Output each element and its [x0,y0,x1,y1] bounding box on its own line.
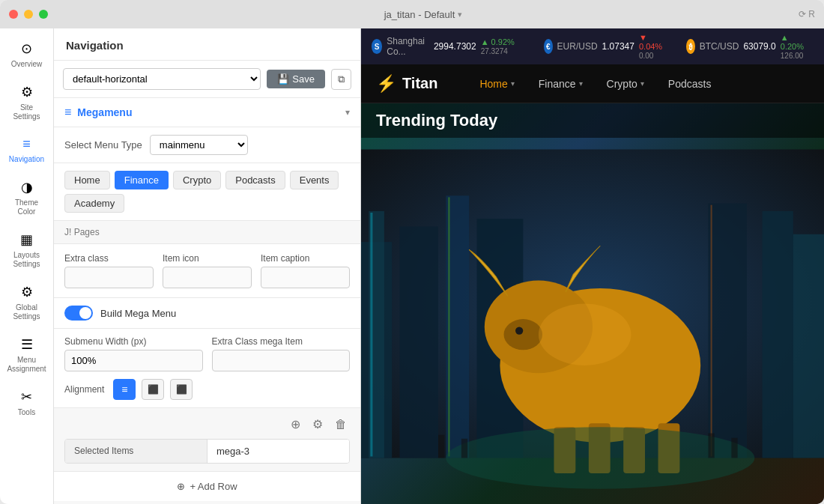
tab-academy[interactable]: Academy [64,194,124,213]
preview-logo: ⚡ Titan [376,74,437,94]
settings-icon-button[interactable]: ⚙ [309,416,326,433]
ticker-icon-0: S [372,39,382,54]
sidebar-item-overview[interactable]: ⊙ Overview [4,34,49,75]
tab-home[interactable]: Home [64,171,110,189]
maximize-button[interactable] [39,10,48,19]
extra-class-input[interactable] [64,267,154,288]
preview-nav-podcasts[interactable]: Podcasts [656,64,724,103]
preview-area: S Shanghai Co... 2994.7302 ▲ 0.92% 27.32… [361,28,824,504]
preview-nav-finance[interactable]: Finance ▾ [527,64,595,103]
sidebar-item-menu-assignment[interactable]: ☰ Menu Assignment [4,330,49,380]
title-text: ja_titan - Default [384,9,455,20]
menu-tabs: Home Finance Crypto Podcasts Events Acad… [54,163,360,221]
svg-rect-22 [438,435,444,458]
site-settings-icon: ⚙ [21,84,33,100]
svg-rect-9 [370,213,372,456]
preview-nav-home[interactable]: Home ▾ [467,64,526,103]
delete-icon-button[interactable]: 🗑 [332,416,350,433]
close-button[interactable] [9,10,18,19]
megamenu-chevron-icon: ▾ [345,107,350,118]
ticker-price-1: 1.07347 [602,41,634,52]
title-chevron-icon: ▾ [458,10,462,19]
copy-button[interactable]: ⧉ [331,69,351,90]
hero-title: Trending Today [376,111,497,130]
sidebar-item-navigation[interactable]: ≡ Navigation [4,130,49,170]
submenu-width-group: Submenu Width (px) [64,336,203,371]
sidebar-label-tools: Tools [18,408,35,417]
minimize-button[interactable] [24,10,33,19]
sidebar-label-menu-assignment: Menu Assignment [7,356,46,374]
preview-nav-crypto[interactable]: Crypto ▾ [595,64,656,103]
align-left-icon: ≡ [121,383,127,395]
panel-header: Navigation [54,28,360,61]
build-mega-menu-toggle[interactable] [64,306,93,321]
icon-sidebar: ⊙ Overview ⚙ Site Settings ≡ Navigation … [0,28,54,504]
sidebar-item-global-settings[interactable]: ⚙ Global Settings [4,278,49,327]
menu-assignment-icon: ☰ [21,336,33,353]
item-icon-input[interactable] [163,267,252,288]
tab-crypto[interactable]: Crypto [173,171,221,189]
ticker-name-1: EUR/USD [557,41,598,52]
item-caption-label: Item caption [261,253,350,264]
sidebar-label-navigation: Navigation [9,155,44,164]
global-settings-icon: ⚙ [21,284,33,300]
align-right-icon: ⬛ [176,384,187,395]
tab-podcasts[interactable]: Podcasts [225,171,285,189]
save-button[interactable]: 💾 Save [267,70,325,88]
app-window: ja_titan - Default ▾ ⟳ R ⊙ Overview ⚙ Si… [0,0,824,504]
menu-type-label: Select Menu Type [64,139,142,151]
add-row-button[interactable]: ⊕ + Add Row [177,481,237,492]
sidebar-item-layouts-settings[interactable]: ▦ Layouts Settings [4,225,49,275]
window-title: ja_titan - Default ▾ [54,9,793,20]
overview-icon: ⊙ [21,40,32,57]
selected-items-section: ⊕ ⚙ 🗑 Selected Items mega-3 [54,408,360,472]
hero-bull-svg [361,103,824,504]
nav-crypto-chevron-icon: ▾ [640,79,644,88]
svg-point-14 [504,319,543,350]
svg-rect-3 [400,227,439,458]
align-center-button[interactable]: ⬛ [142,379,164,400]
ticker-price-2: 63079.0 [743,41,775,52]
form-group-item-icon: Item icon [163,253,252,288]
nav-finance-label: Finance [539,78,576,90]
logo-text: Titan [402,75,437,92]
layout-select[interactable]: default-horizontal default-vertical mega… [63,68,261,90]
svg-rect-8 [709,204,748,458]
align-right-button[interactable]: ⬛ [170,379,193,400]
sidebar-item-theme-color[interactable]: ◑ Theme Color [4,173,49,222]
refresh-button[interactable]: ⟳ R [799,9,815,19]
nav-podcasts-label: Podcasts [668,78,712,90]
ticker-item-1: € EUR/USD 1.07347 ▼ 0.04% 0.00 [544,33,669,60]
ji-pages-label: J! Pages [54,221,360,244]
svg-rect-7 [793,234,824,458]
move-icon-button[interactable]: ⊕ [288,416,303,433]
align-left-button[interactable]: ≡ [113,379,136,400]
svg-rect-23 [461,439,467,458]
menu-type-select[interactable]: mainmenu secondarymenu [150,135,248,155]
item-caption-input[interactable] [261,267,350,288]
megamenu-section-header[interactable]: ≡ Megamenu ▾ [54,98,360,127]
extra-class-mega-input[interactable] [212,350,351,371]
add-row-icon: ⊕ [177,481,185,492]
sidebar-label-site-settings: Site Settings [7,103,46,121]
svg-point-20 [539,304,631,365]
sidebar-item-site-settings[interactable]: ⚙ Site Settings [4,78,49,127]
panel-title: Navigation [66,39,124,52]
align-center-icon: ⬛ [148,384,159,395]
panel-toolbar: default-horizontal default-vertical mega… [54,61,360,98]
tools-icon: ✂ [21,389,32,405]
alignment-row: Alignment ≡ ⬛ ⬛ [64,379,350,400]
ticker-name-2: BTC/USD [700,41,739,52]
megamenu-header-left: ≡ Megamenu [64,106,132,119]
submenu-width-input[interactable] [64,350,203,371]
hero-background [361,103,824,504]
ticker-item-0: S Shanghai Co... 2994.7302 ▲ 0.92% 27.32… [372,36,526,57]
form-row-fields: Extra class Item icon Item caption [64,253,350,288]
megamenu-lines-icon: ≡ [64,106,71,119]
tab-finance[interactable]: Finance [115,171,169,189]
megamenu-title: Megamenu [77,106,132,118]
sidebar-item-tools[interactable]: ✂ Tools [4,383,49,423]
form-group-item-caption: Item caption [261,253,350,288]
panel-content: ≡ Megamenu ▾ Select Menu Type mainmenu s… [54,98,360,504]
tab-events[interactable]: Events [290,171,339,189]
